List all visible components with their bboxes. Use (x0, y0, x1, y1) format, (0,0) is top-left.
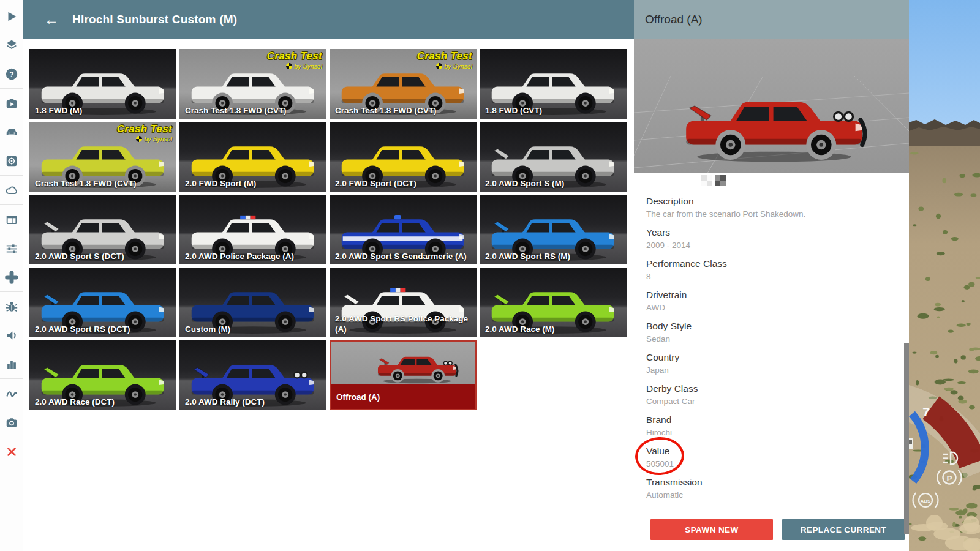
vehicle-variant-card[interactable]: 2.0 AWD Sport RS (DCT) (29, 268, 176, 337)
variant-label: 2.0 AWD Sport S (M) (485, 178, 622, 189)
crash-dummy-dot-icon (136, 136, 142, 142)
sidebar-cloud-button[interactable] (0, 176, 23, 204)
swatch-white-checker[interactable] (701, 175, 712, 186)
sidebar-settings-gear-button[interactable] (0, 146, 23, 175)
variant-label: 2.0 AWD Sport RS (DCT) (35, 324, 172, 334)
spec-list: Description The car from the scenario Po… (646, 195, 891, 507)
variant-label: 1.8 FWD (M) (35, 105, 172, 116)
details-actions: SPAWN NEW REPLACE CURRENT (634, 519, 909, 540)
play-icon (5, 10, 18, 23)
vehicle-variant-card[interactable]: Custom (M) (179, 268, 326, 337)
spec-derby-class: Derby Class Compact Car (646, 382, 891, 408)
vehicle-variant-card[interactable]: 2.0 AWD Sport RS (M) (480, 195, 627, 264)
main-area: ← Hirochi Sunburst Custom (M) 1.8 FWD (M… (23, 0, 634, 551)
vehicle-variant-card[interactable]: Crash Testby SynsolCrash Test 1.8 FWD (C… (179, 49, 326, 119)
spec-drivetrain: Drivetrain AWD (646, 288, 891, 314)
vehicle-variant-card[interactable]: 2.0 AWD Rally (DCT) (179, 340, 326, 410)
vehicle-variant-card[interactable]: 2.0 AWD Sport S (DCT) (29, 195, 176, 264)
spec-transmission: Transmission Automatic (646, 476, 891, 501)
sidebar-play-button[interactable] (0, 2, 23, 31)
spec-value: The car from the scenario Port Shakedown… (646, 208, 891, 220)
sidebar-stats-bars-button[interactable] (0, 350, 23, 378)
sidebar-scenarios-briefcase-button[interactable] (0, 89, 23, 118)
sidebar-vehicles-car-button[interactable] (0, 118, 23, 146)
settings-gear-icon (5, 154, 18, 168)
crash-test-logo: Crash Testby Synsol (117, 124, 172, 143)
abs-icon: ABS (913, 493, 938, 508)
spec-value: Hirochi (646, 427, 891, 439)
car-image (679, 79, 869, 165)
crash-test-logo: Crash Testby Synsol (267, 51, 322, 70)
variant-label: 2.0 AWD Sport RS Police Package (A) (335, 313, 472, 334)
vehicle-variant-card[interactable]: Crash Testby SynsolCrash Test 1.8 FWD (C… (29, 122, 176, 192)
spec-value: AWD (646, 302, 891, 314)
vehicle-preview-3d[interactable] (634, 39, 909, 173)
variant-label: 2.0 AWD Race (M) (485, 324, 622, 334)
details-scrollbar-thumb[interactable] (904, 343, 909, 534)
vehicle-variant-card[interactable]: 2.0 AWD Police Package (A) (179, 195, 326, 264)
close-x-icon (5, 445, 18, 459)
spec-description: Description The car from the scenario Po… (646, 195, 891, 220)
variant-label: Crash Test 1.8 FWD (CVT) (335, 105, 472, 116)
spec-label: Derby Class (646, 382, 891, 395)
sidebar: ? (0, 0, 23, 551)
sidebar-camera-button[interactable] (0, 408, 23, 437)
spec-value: 505001 (646, 458, 891, 470)
vehicle-variant-card[interactable]: 2.0 AWD Race (DCT) (29, 340, 176, 410)
spec-value: 8 (646, 271, 891, 283)
sidebar-layers-button[interactable] (0, 31, 23, 59)
sidebar-interface-layout-button[interactable] (0, 205, 23, 234)
spec-label: Value (646, 444, 891, 458)
vehicle-variant-card[interactable]: 2.0 FWD Sport (DCT) (330, 122, 477, 192)
variant-label: Offroad (A) (336, 392, 470, 402)
path-squiggle-icon (5, 387, 18, 400)
sidebar-bug-button[interactable] (0, 292, 23, 321)
spec-label: Body Style (646, 320, 891, 333)
svg-text:P: P (946, 474, 952, 483)
spec-years: Years 2009 - 2014 (646, 226, 891, 252)
sidebar-tuning-sliders-button[interactable] (0, 234, 23, 263)
spec-value: Compact Car (646, 395, 891, 408)
vehicles-car-icon (5, 126, 18, 139)
sidebar-path-squiggle-button[interactable] (0, 379, 23, 408)
vehicle-variant-card[interactable]: 2.0 AWD Sport RS Police Package (A) (330, 268, 477, 337)
page-title: Hirochi Sunburst Custom (M) (72, 13, 237, 26)
back-button[interactable]: ← (44, 12, 59, 27)
vehicle-variant-card[interactable]: 2.0 AWD Sport S Gendarmerie (A) (330, 195, 477, 264)
details-header: Offroad (A) (634, 0, 909, 39)
variant-label: 2.0 AWD Race (DCT) (35, 397, 172, 407)
layers-icon (5, 39, 18, 52)
sidebar-audio-speaker-button[interactable] (0, 321, 23, 350)
beamng-vehicle-selector: ? ← Hirochi Sunburst Custom (M) 1.8 FWD … (0, 0, 980, 551)
sidebar-controller-button[interactable] (0, 263, 23, 291)
spec-value: Japan (646, 364, 891, 377)
replace-current-button[interactable]: REPLACE CURRENT (782, 519, 905, 540)
tach-number: 7 (922, 405, 930, 419)
svg-text:ABS: ABS (921, 498, 932, 504)
vehicle-variant-card[interactable]: 2.0 AWD Race (M) (480, 268, 627, 337)
vehicle-variant-card-selected[interactable]: Offroad (A) (330, 340, 477, 410)
vehicle-variant-card[interactable]: 2.0 FWD Sport (M) (179, 122, 326, 192)
crash-dummy-dot-icon (436, 63, 442, 69)
cloud-icon (5, 184, 18, 197)
spec-label: Brand (646, 413, 891, 427)
swatch-gray-checker[interactable] (715, 175, 726, 186)
spawn-new-button[interactable]: SPAWN NEW (650, 519, 773, 540)
spec-brand: Brand Hirochi (646, 413, 891, 439)
variant-label: Crash Test 1.8 FWD (CVT) (185, 105, 322, 116)
vehicle-variant-card[interactable]: 1.8 FWD (M) (29, 49, 176, 119)
vehicle-variant-card[interactable]: 1.8 FWD (CVT) (480, 49, 627, 119)
variant-label: 2.0 AWD Police Package (A) (185, 251, 322, 261)
vehicle-variant-card[interactable]: 2.0 AWD Sport S (M) (480, 122, 627, 192)
sidebar-close-x-button[interactable] (0, 437, 23, 466)
stats-bars-icon (5, 358, 18, 371)
variant-label: Crash Test 1.8 FWD (CVT) (35, 178, 172, 189)
game-world-background: 7 P ABS (909, 0, 980, 551)
sidebar-help-button[interactable]: ? (0, 59, 23, 88)
spec-label: Transmission (646, 476, 891, 489)
vehicle-variant-card[interactable]: Crash Testby SynsolCrash Test 1.8 FWD (C… (330, 49, 477, 119)
selected-variant-title: Offroad (A) (645, 13, 703, 26)
spec-label: Country (646, 351, 891, 364)
controller-icon (5, 271, 18, 284)
variant-label: 2.0 FWD Sport (DCT) (335, 178, 472, 189)
